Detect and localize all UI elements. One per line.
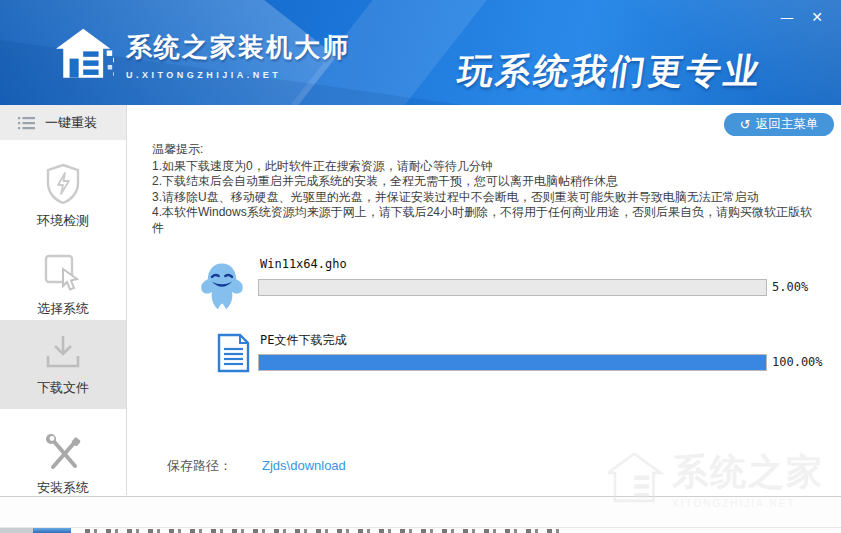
main-content: ↺ 返回主菜单 温馨提示: 1.如果下载速度为0，此时软件正在搜索资源，请耐心等…	[127, 105, 841, 497]
sidebar-item-label: 下载文件	[37, 379, 89, 397]
sidebar-header-label: 一键重装	[45, 114, 97, 132]
footer-divider	[0, 496, 841, 497]
progress-bar-gho	[258, 279, 767, 296]
house-logo-icon	[56, 28, 114, 82]
tips-line: 3.请移除U盘、移动硬盘、光驱里的光盘，并保证安装过程中不会断电，否则重装可能失…	[152, 190, 824, 206]
tips-line: 2.下载结束后会自动重启并完成系统的安装，全程无需干预，您可以离开电脑帖稍作休息	[152, 174, 824, 190]
brand-title: 系统之家装机大师	[126, 30, 350, 65]
return-main-menu-button[interactable]: ↺ 返回主菜单	[724, 113, 834, 136]
select-cursor-icon	[43, 253, 83, 293]
menu-list-icon	[18, 116, 35, 130]
sidebar-header-onekey-reinstall[interactable]: 一键重装	[0, 105, 126, 140]
sidebar-item-env-check[interactable]: 环境检测	[0, 150, 126, 230]
header: 系统之家装机大师 U.XITONGZHIJIA.NET 玩系统我们更专业 — ✕	[0, 0, 841, 105]
app-window: 系统之家装机大师 U.XITONGZHIJIA.NET 玩系统我们更专业 — ✕…	[0, 0, 841, 533]
sidebar-item-label: 选择系统	[37, 300, 89, 318]
progress-percent: 100.00%	[772, 355, 823, 369]
brand-logo: 系统之家装机大师 U.XITONGZHIJIA.NET	[56, 28, 350, 82]
background-window-sliver	[85, 529, 563, 533]
sidebar: 一键重装 环境检测 选择系统	[0, 105, 127, 495]
tools-icon	[43, 434, 83, 472]
sidebar-item-download-files[interactable]: 下载文件	[0, 320, 126, 409]
progress-percent: 5.00%	[772, 280, 808, 294]
close-button[interactable]: ✕	[807, 8, 827, 26]
save-path-label: 保存路径：	[167, 458, 232, 473]
back-arrow-icon: ↺	[740, 118, 751, 131]
sidebar-item-install-system[interactable]: 安装系统	[0, 417, 126, 497]
download-filename: PE文件下载完成	[260, 332, 346, 349]
return-main-menu-label: 返回主菜单	[756, 116, 819, 133]
tips-block: 温馨提示: 1.如果下载速度为0，此时软件正在搜索资源，请耐心等待几分钟 2.下…	[152, 142, 824, 237]
ghost-file-icon	[197, 259, 247, 313]
save-path-row: 保存路径：Zjds\download	[167, 457, 346, 475]
progress-bar-pe	[258, 354, 767, 371]
minimize-button[interactable]: —	[777, 8, 797, 26]
progress-fill	[259, 355, 766, 370]
tips-line: 4.本软件Windows系统资源均来源于网上，请下载后24小时删除，不得用于任何…	[152, 205, 824, 236]
background-window-sliver	[33, 528, 71, 533]
download-filename: Win11x64.gho	[260, 257, 347, 271]
sidebar-item-select-system[interactable]: 选择系统	[0, 238, 126, 318]
sidebar-item-label: 安装系统	[37, 479, 89, 497]
brand-url: U.XITONGZHIJIA.NET	[126, 70, 350, 80]
tips-line: 1.如果下载速度为0，此时软件正在搜索资源，请耐心等待几分钟	[152, 159, 824, 175]
tips-title: 温馨提示:	[152, 142, 824, 158]
background-window-edge	[0, 527, 841, 528]
background-window-sliver	[0, 528, 33, 533]
download-icon	[43, 334, 83, 372]
sidebar-item-label: 环境检测	[37, 212, 89, 230]
shield-lightning-icon	[44, 163, 82, 205]
pe-document-icon	[217, 333, 250, 373]
header-slogan: 玩系统我们更专业	[455, 48, 766, 95]
save-path-link[interactable]: Zjds\download	[262, 458, 346, 473]
progress-fill	[259, 280, 284, 295]
